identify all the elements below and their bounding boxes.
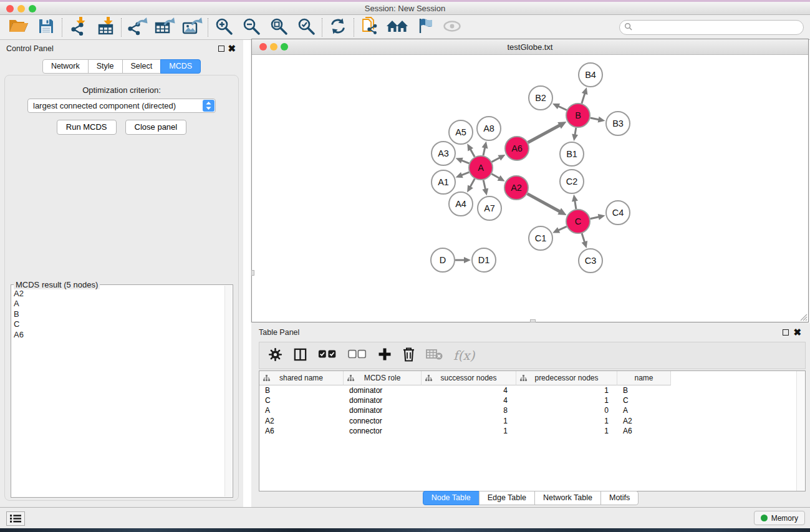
- table-row[interactable]: Adominator80A: [259, 405, 796, 415]
- search-field[interactable]: [619, 20, 804, 35]
- export-network-button[interactable]: [123, 17, 151, 38]
- cell-MCDS-role: dominator: [344, 406, 422, 415]
- close-panel-button[interactable]: Close panel: [125, 120, 187, 135]
- window-resize-grip[interactable]: [799, 313, 808, 321]
- mcds-result-item[interactable]: B: [14, 309, 224, 319]
- mcds-result-list[interactable]: A2ABCA6: [11, 288, 224, 497]
- run-mcds-button[interactable]: Run MCDS: [57, 120, 117, 135]
- network-view-window[interactable]: testGlobe.txt B4B2BB3A5A8A6A3B1AC2A1A2A4…: [251, 39, 809, 322]
- arrowhead-icon: [456, 172, 463, 178]
- zoom-in-icon: [215, 17, 233, 37]
- tab-style[interactable]: Style: [88, 59, 123, 74]
- delete-button[interactable]: [402, 347, 415, 364]
- arrowhead-icon: [598, 117, 605, 123]
- homes-icon: [386, 18, 408, 37]
- table-row[interactable]: A6connector11A6: [259, 426, 796, 436]
- flag-button[interactable]: [411, 17, 438, 38]
- table-scrollbar[interactable]: [796, 371, 805, 491]
- network-window-title: testGlobe.txt: [252, 39, 808, 55]
- cell-MCDS-role: dominator: [344, 396, 422, 405]
- table-row[interactable]: A2connector11A2: [259, 416, 796, 426]
- network-graph[interactable]: B4B2BB3A5A8A6A3B1AC2A1A2A4A7C4CC1DD1C3: [252, 55, 808, 322]
- export-image-button[interactable]: [178, 17, 206, 38]
- node-label-B1: B1: [566, 149, 577, 159]
- task-history-button[interactable]: [6, 511, 25, 526]
- save-session-button[interactable]: [32, 17, 60, 38]
- tab-motifs[interactable]: Motifs: [600, 491, 639, 505]
- cell-MCDS-role: connector: [344, 427, 422, 435]
- homes-button[interactable]: [383, 17, 411, 38]
- close-panel-icon[interactable]: ✖: [228, 43, 236, 54]
- tab-mcds[interactable]: MCDS: [160, 59, 201, 74]
- new-network-from-selection-button[interactable]: [356, 17, 383, 38]
- import-table-button[interactable]: [92, 17, 119, 38]
- column-header-shared-name[interactable]: shared name: [259, 371, 344, 385]
- node-label-A3: A3: [438, 148, 449, 158]
- close-table-panel-icon[interactable]: ✖: [793, 327, 801, 338]
- table-row[interactable]: Cdominator41C: [259, 395, 796, 405]
- table-panel-tabs: Node TableEdge TableNetwork TableMotifs: [251, 491, 810, 505]
- node-label-A1: A1: [438, 177, 449, 187]
- open-session-button[interactable]: [5, 17, 32, 38]
- tab-select[interactable]: Select: [122, 59, 162, 74]
- criterion-select[interactable]: largest connected component (directed): [27, 99, 216, 113]
- mcds-result-item[interactable]: A6: [14, 330, 224, 340]
- node-label-C3: C3: [585, 256, 597, 266]
- gear-icon: [268, 347, 282, 364]
- app-title: Session: New Session: [0, 2, 810, 15]
- column-header-predecessor-nodes[interactable]: predecessor nodes: [516, 371, 617, 385]
- cell-shared-name: A6: [259, 427, 344, 435]
- add-button[interactable]: [378, 347, 392, 364]
- node-label-B2: B2: [535, 93, 546, 103]
- zoom-out-button[interactable]: [238, 17, 265, 38]
- refresh-button[interactable]: [324, 17, 352, 38]
- export-table-button[interactable]: [151, 17, 178, 38]
- column-header-name[interactable]: name: [617, 371, 671, 385]
- mcds-result-item[interactable]: A2: [14, 289, 224, 299]
- zoom-out-icon: [243, 17, 260, 37]
- cell-name: A: [617, 406, 671, 415]
- zoom-selected-button[interactable]: [292, 17, 320, 38]
- column-header-successor-nodes[interactable]: successor nodes: [422, 371, 516, 385]
- edge-A6-B[interactable]: [528, 125, 561, 143]
- cell-shared-name: C: [259, 396, 344, 405]
- float-table-panel-icon[interactable]: [783, 329, 789, 336]
- cell-MCDS-role: dominator: [344, 386, 422, 395]
- import-network-button[interactable]: [64, 17, 92, 38]
- window-edge-grip-left[interactable]: [251, 270, 254, 276]
- mcds-list-scrollbar[interactable]: [224, 286, 232, 496]
- select-all-button[interactable]: [318, 348, 337, 363]
- criterion-value: largest connected component (directed): [33, 101, 176, 110]
- main-toolbar: [0, 15, 810, 40]
- tab-node-table[interactable]: Node Table: [423, 491, 480, 505]
- zoom-fit-button[interactable]: [265, 17, 292, 38]
- deselect-all-button[interactable]: [348, 348, 367, 363]
- network-window-titlebar[interactable]: testGlobe.txt: [252, 39, 808, 55]
- mcds-result-item[interactable]: C: [14, 319, 224, 329]
- cell-name: A2: [617, 417, 671, 425]
- zoom-in-button[interactable]: [210, 17, 238, 38]
- network-canvas[interactable]: B4B2BB3A5A8A6A3B1AC2A1A2A4A7C4CC1DD1C3: [252, 55, 808, 322]
- memory-button[interactable]: Memory: [754, 511, 805, 525]
- search-input[interactable]: [635, 22, 803, 33]
- open-session-icon: [9, 17, 29, 37]
- columns-button[interactable]: [293, 347, 307, 364]
- window-edge-grip-bottom[interactable]: [530, 319, 536, 322]
- arrowhead-icon: [572, 134, 578, 142]
- mcds-buttons-row: Run MCDS Close panel: [5, 120, 238, 135]
- edge-A2-C[interactable]: [528, 194, 561, 213]
- select-stepper-icon: [203, 100, 215, 112]
- network-desktop: testGlobe.txt B4B2BB3A5A8A6A3B1AC2A1A2A4…: [243, 40, 810, 507]
- float-panel-icon[interactable]: [218, 46, 224, 52]
- gear-button[interactable]: [268, 347, 282, 364]
- tab-network-table[interactable]: Network Table: [534, 491, 601, 505]
- cell-successor-nodes: 8: [422, 406, 516, 415]
- arrowhead-icon: [582, 87, 588, 95]
- column-header-MCDS-role[interactable]: MCDS role: [344, 371, 422, 385]
- cell-predecessor-nodes: 1: [516, 427, 617, 435]
- table-row[interactable]: Bdominator41B: [259, 385, 796, 395]
- tab-edge-table[interactable]: Edge Table: [479, 491, 535, 505]
- tab-network[interactable]: Network: [42, 59, 89, 74]
- mcds-result-item[interactable]: A: [14, 299, 224, 309]
- node-label-D1: D1: [478, 255, 490, 265]
